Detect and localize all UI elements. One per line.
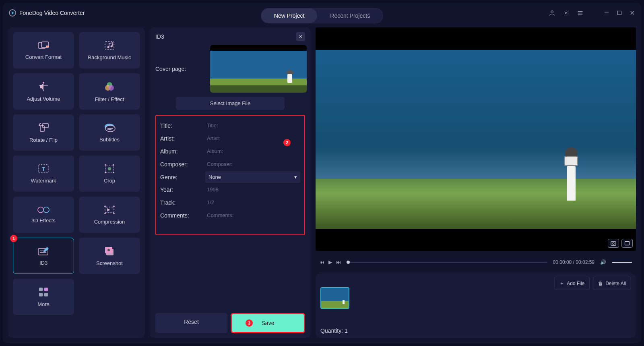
tool-label: 3D Effects — [31, 218, 56, 224]
annotation-badge-2: 2 — [283, 139, 291, 146]
svg-rect-23 — [113, 172, 114, 173]
snapshot-button[interactable] — [608, 239, 619, 248]
minimize-button[interactable] — [604, 10, 609, 16]
volume-slider[interactable] — [612, 262, 632, 263]
volume-icon — [38, 81, 49, 92]
user-icon[interactable] — [549, 10, 555, 17]
year-input[interactable] — [205, 184, 300, 196]
tool-label: Adjust Volume — [27, 96, 60, 102]
subtitles-icon — [103, 123, 116, 133]
svg-rect-35 — [44, 293, 48, 296]
svg-point-0 — [551, 10, 553, 13]
tool-watermark[interactable]: TWatermark — [13, 155, 74, 192]
close-panel-button[interactable]: ✕ — [296, 32, 305, 41]
screenshot-icon — [104, 246, 115, 256]
player-bar: ⏮ ▶ ⏭ 00:00:00 / 00:02:59 🔊 — [316, 255, 636, 269]
plus-icon: ＋ — [559, 280, 564, 287]
svg-point-31 — [107, 249, 110, 251]
app-logo: FoneDog Video Converter — [9, 9, 85, 17]
tool-3d-effects[interactable]: 3D Effects — [13, 197, 74, 233]
add-file-button[interactable]: ＋Add File — [554, 277, 590, 290]
seek-bar[interactable] — [347, 262, 547, 263]
delete-all-button[interactable]: 🗑Delete All — [593, 277, 631, 290]
play-button[interactable]: ▶ — [328, 259, 332, 265]
title-input[interactable] — [205, 120, 300, 132]
tool-crop[interactable]: Crop — [79, 155, 140, 192]
tool-sidebar: Convert Format Background Music Adjust V… — [8, 27, 145, 338]
track-label: Track: — [160, 199, 201, 206]
tool-label: ID3 — [39, 260, 47, 266]
tool-compression[interactable]: Compression — [79, 197, 140, 233]
track-input[interactable] — [205, 197, 300, 209]
tool-adjust-volume[interactable]: Adjust Volume — [13, 73, 74, 110]
annotation-badge-3: 3 — [246, 319, 253, 327]
tool-background-music[interactable]: Background Music — [79, 32, 140, 68]
tab-new-project[interactable]: New Project — [261, 8, 317, 23]
svg-text:T: T — [42, 166, 45, 172]
app-title: FoneDog Video Converter — [19, 10, 85, 16]
id3-panel: ID3 ✕ Cover page: Select Image File 2 Ti… — [150, 27, 311, 338]
id3-form: 2 Title: Artist: Album: Composer: Genre:… — [155, 115, 305, 235]
volume-icon[interactable]: 🔊 — [600, 259, 606, 265]
file-thumbnail[interactable] — [320, 287, 349, 309]
menu-icon[interactable] — [577, 10, 584, 17]
save-button[interactable]: 3Save — [231, 313, 305, 333]
delete-all-label: Delete All — [605, 281, 626, 286]
tool-label: Subtitles — [99, 137, 120, 143]
genre-select[interactable]: None▾ — [205, 171, 300, 183]
select-image-button[interactable]: Select Image File — [176, 97, 285, 110]
skip-forward-button[interactable]: ⏭ — [336, 259, 341, 265]
svg-rect-13 — [40, 126, 44, 131]
tool-label: Compression — [94, 219, 125, 225]
svg-rect-33 — [44, 288, 48, 291]
convert-icon — [37, 41, 50, 50]
tool-label: Background Music — [88, 54, 131, 60]
svg-rect-2 — [618, 11, 621, 15]
music-icon — [104, 41, 115, 50]
maximize-button[interactable] — [617, 10, 622, 16]
add-file-label: Add File — [567, 281, 584, 286]
tool-more[interactable]: More — [13, 279, 74, 315]
comments-label: Comments: — [160, 212, 201, 219]
right-panel: ⏮ ▶ ⏭ 00:00:00 / 00:02:59 🔊 ＋Add File 🗑D… — [316, 27, 636, 338]
tool-filter-effect[interactable]: Filter / Effect — [79, 73, 140, 110]
tool-label: More — [37, 301, 50, 307]
fullscreen-button[interactable] — [621, 239, 633, 248]
tool-label: Crop — [104, 178, 115, 184]
skip-back-button[interactable]: ⏮ — [320, 259, 324, 265]
compress-icon — [104, 205, 115, 215]
tool-screenshot[interactable]: Screenshot — [79, 238, 140, 274]
project-tabs: New Project Recent Projects — [261, 8, 383, 23]
tool-id3[interactable]: 1ID3 — [13, 238, 74, 274]
tool-subtitles[interactable]: Subtitles — [79, 114, 140, 151]
trash-icon: 🗑 — [598, 281, 603, 286]
preview-scene — [316, 50, 636, 229]
composer-label: Composer: — [160, 161, 201, 168]
file-panel: ＋Add File 🗑Delete All Quantity: 1 — [316, 273, 636, 338]
cover-page-label: Cover page: — [155, 66, 192, 72]
id3-panel-title: ID3 — [155, 33, 164, 40]
tab-recent-projects[interactable]: Recent Projects — [317, 8, 383, 23]
svg-rect-22 — [105, 172, 106, 173]
tool-label: Screenshot — [96, 260, 123, 266]
tool-rotate-flip[interactable]: Rotate / Flip — [13, 114, 74, 151]
logo-icon — [9, 9, 16, 17]
tool-label: Filter / Effect — [95, 96, 124, 102]
close-window-button[interactable] — [630, 10, 635, 16]
composer-input[interactable] — [205, 158, 300, 170]
comments-input[interactable] — [205, 209, 300, 222]
album-input[interactable] — [205, 145, 300, 157]
svg-rect-5 — [46, 46, 49, 48]
settings-icon[interactable] — [563, 10, 570, 17]
tool-convert-format[interactable]: Convert Format — [13, 32, 74, 68]
genre-value: None — [208, 174, 221, 180]
genre-label: Genre: — [160, 174, 201, 180]
title-label: Title: — [160, 122, 201, 129]
titlebar: FoneDog Video Converter New Project Rece… — [3, 3, 641, 23]
svg-rect-36 — [611, 242, 616, 245]
svg-rect-20 — [105, 164, 106, 166]
reset-button[interactable]: Reset — [155, 313, 227, 333]
svg-rect-21 — [113, 164, 114, 166]
crop-icon — [104, 164, 115, 174]
id3-icon — [37, 246, 50, 256]
